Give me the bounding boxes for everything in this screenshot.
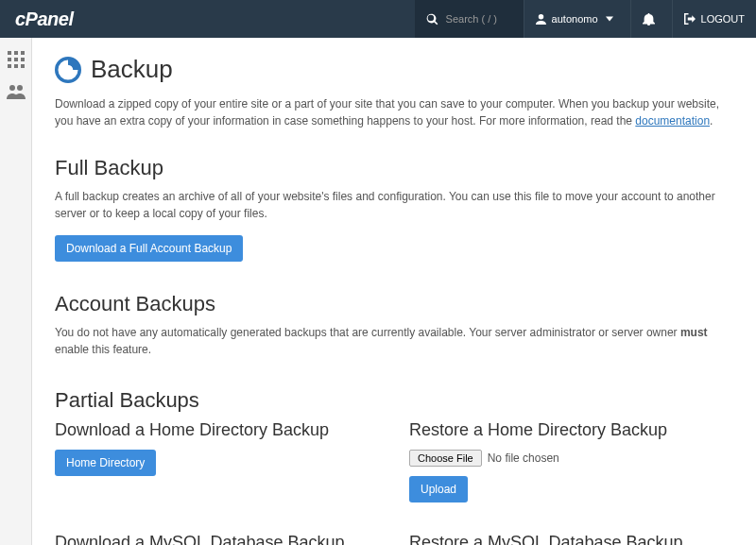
upload-home-button[interactable]: Upload [409,476,468,502]
home-dl-heading: Download a Home Directory Backup [55,420,379,440]
grid-icon [8,51,25,68]
home-restore-heading: Restore a Home Directory Backup [409,420,733,440]
svg-rect-0 [8,51,11,55]
search-input[interactable] [446,13,512,25]
svg-rect-3 [8,58,11,61]
full-backup-desc: A full backup creates an archive of all … [55,188,733,222]
topbar: cPanel autonomo LOGOUT [0,0,756,38]
bell-icon [643,13,655,26]
logout-button[interactable]: LOGOUT [672,0,756,38]
search-icon [426,13,438,26]
partial-backups-heading: Partial Backups [55,388,733,413]
svg-point-9 [9,85,15,91]
sidebar-users[interactable] [0,76,32,108]
mysql-restore-heading: Restore a MySQL Database Backup [409,533,733,545]
documentation-link[interactable]: documentation [635,114,710,128]
svg-rect-7 [14,64,18,68]
intro-text: Download a zipped copy of your entire si… [55,95,733,129]
page-title: Backup [91,55,173,84]
main-content: Backup Download a zipped copy of your en… [32,38,756,545]
full-backup-heading: Full Backup [55,156,733,180]
backup-icon [55,57,81,83]
partial-backups-section: Partial Backups Download a Home Director… [55,388,733,545]
search-box[interactable] [415,0,524,38]
account-backups-desc: You do not have any automatically genera… [55,324,733,358]
user-label: autonomo [552,13,598,25]
svg-point-10 [17,85,23,91]
mysql-dl-heading: Download a MySQL Database Backup [55,533,379,545]
user-menu[interactable]: autonomo [524,0,630,38]
svg-rect-1 [14,51,18,55]
svg-rect-8 [21,64,25,68]
svg-rect-6 [8,64,11,68]
home-directory-button[interactable]: Home Directory [55,450,156,476]
account-backups-heading: Account Backups [55,292,733,316]
sidebar-grid[interactable] [0,43,32,76]
svg-rect-2 [21,51,25,55]
svg-rect-5 [21,58,25,61]
full-backup-download-button[interactable]: Download a Full Account Backup [55,235,243,262]
users-icon [7,84,26,99]
svg-rect-4 [14,58,18,61]
notifications[interactable] [630,0,672,38]
full-backup-section: Full Backup A full backup creates an arc… [55,156,733,262]
mysql-restore-col: Restore a MySQL Database Backup Choose F… [409,533,733,545]
home-dl-col: Download a Home Directory Backup Home Di… [55,420,379,502]
sidebar [0,38,32,545]
user-icon [536,14,546,25]
home-restore-col: Restore a Home Directory Backup Choose F… [409,420,733,502]
choose-file-home[interactable]: Choose File [409,450,482,467]
chevron-down-icon [606,15,613,23]
logout-label: LOGOUT [701,13,745,25]
no-file-home: No file chosen [488,451,559,465]
mysql-dl-col: Download a MySQL Database Backup Databas… [55,533,379,545]
account-backups-section: Account Backups You do not have any auto… [55,292,733,358]
logo: cPanel [0,9,88,30]
logout-icon [684,13,696,25]
